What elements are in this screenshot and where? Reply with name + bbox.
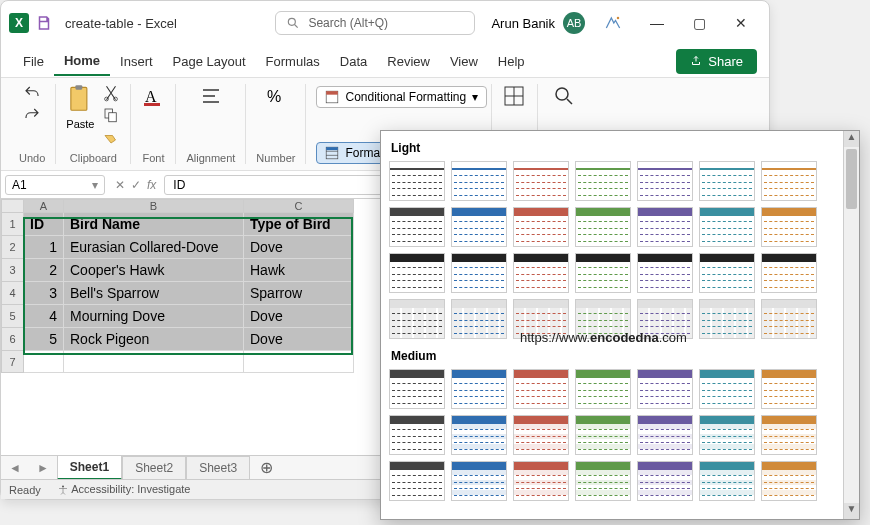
table-style-swatch[interactable] <box>389 207 445 247</box>
table-style-swatch[interactable] <box>389 161 445 201</box>
scroll-up-icon[interactable]: ▲ <box>844 131 859 147</box>
table-style-swatch[interactable] <box>637 299 693 339</box>
table-style-swatch[interactable] <box>451 207 507 247</box>
table-style-swatch[interactable] <box>575 415 631 455</box>
tab-data[interactable]: Data <box>330 48 377 75</box>
table-style-swatch[interactable] <box>389 299 445 339</box>
redo-icon[interactable] <box>23 106 41 124</box>
tab-view[interactable]: View <box>440 48 488 75</box>
table-style-swatch[interactable] <box>637 461 693 501</box>
coming-soon-icon[interactable] <box>603 13 623 33</box>
table-style-swatch[interactable] <box>451 161 507 201</box>
conditional-formatting-button[interactable]: Conditional Formatting ▾ <box>316 86 487 108</box>
table-style-swatch[interactable] <box>761 415 817 455</box>
cell[interactable]: Dove <box>244 328 354 351</box>
table-style-swatch[interactable] <box>761 207 817 247</box>
paste-button[interactable]: Paste <box>66 84 94 130</box>
row-header[interactable]: 2 <box>2 236 24 259</box>
table-style-swatch[interactable] <box>513 253 569 293</box>
table-style-swatch[interactable] <box>699 415 755 455</box>
fx-icon[interactable]: fx <box>147 178 156 192</box>
alignment-button[interactable] <box>199 84 223 108</box>
table-style-swatch[interactable] <box>451 369 507 409</box>
name-box[interactable]: A1 ▾ <box>5 175 105 195</box>
tab-insert[interactable]: Insert <box>110 48 163 75</box>
tab-file[interactable]: File <box>13 48 54 75</box>
table-style-swatch[interactable] <box>451 415 507 455</box>
row-header[interactable]: 1 <box>2 213 24 236</box>
table-style-swatch[interactable] <box>513 461 569 501</box>
user-account[interactable]: Arun Banik AB <box>491 12 585 34</box>
table-style-swatch[interactable] <box>389 461 445 501</box>
cell[interactable]: 2 <box>24 259 64 282</box>
row-header[interactable]: 5 <box>2 305 24 328</box>
cell[interactable]: Mourning Dove <box>64 305 244 328</box>
close-button[interactable]: ✕ <box>721 8 761 38</box>
row-header[interactable]: 3 <box>2 259 24 282</box>
cell[interactable] <box>24 351 64 373</box>
sheet-nav-next[interactable]: ► <box>29 461 57 475</box>
cut-icon[interactable] <box>102 84 120 102</box>
tab-review[interactable]: Review <box>377 48 440 75</box>
share-button[interactable]: Share <box>676 49 757 74</box>
cell[interactable]: Sparrow <box>244 282 354 305</box>
number-button[interactable]: % <box>264 84 288 108</box>
table-style-swatch[interactable] <box>761 369 817 409</box>
table-style-swatch[interactable] <box>389 369 445 409</box>
column-header[interactable]: B <box>64 200 244 213</box>
table-style-swatch[interactable] <box>761 461 817 501</box>
font-button[interactable]: A <box>141 84 165 108</box>
cell[interactable]: 4 <box>24 305 64 328</box>
table-style-swatch[interactable] <box>451 461 507 501</box>
scroll-down-icon[interactable]: ▼ <box>844 503 859 519</box>
copy-icon[interactable] <box>102 106 120 124</box>
tab-help[interactable]: Help <box>488 48 535 75</box>
table-style-swatch[interactable] <box>575 369 631 409</box>
table-style-swatch[interactable] <box>575 461 631 501</box>
save-icon[interactable] <box>35 14 53 32</box>
gallery-scrollbar[interactable]: ▲ ▼ <box>843 131 859 519</box>
table-style-swatch[interactable] <box>451 253 507 293</box>
table-style-swatch[interactable] <box>513 161 569 201</box>
table-style-swatch[interactable] <box>575 207 631 247</box>
table-style-swatch[interactable] <box>513 299 569 339</box>
table-style-swatch[interactable] <box>637 415 693 455</box>
maximize-button[interactable]: ▢ <box>679 8 719 38</box>
sheet-tab[interactable]: Sheet3 <box>186 456 250 479</box>
undo-icon[interactable] <box>23 84 41 102</box>
table-style-swatch[interactable] <box>761 253 817 293</box>
column-header[interactable]: A <box>24 200 64 213</box>
enter-formula-icon[interactable]: ✓ <box>131 178 141 192</box>
table-style-swatch[interactable] <box>699 253 755 293</box>
table-style-swatch[interactable] <box>699 369 755 409</box>
table-style-swatch[interactable] <box>575 161 631 201</box>
table-style-swatch[interactable] <box>699 207 755 247</box>
table-style-swatch[interactable] <box>575 299 631 339</box>
cell[interactable]: Eurasian Collared-Dove <box>64 236 244 259</box>
cell[interactable]: 1 <box>24 236 64 259</box>
minimize-button[interactable]: — <box>637 8 677 38</box>
cell[interactable] <box>244 351 354 373</box>
table-style-swatch[interactable] <box>575 253 631 293</box>
tab-page-layout[interactable]: Page Layout <box>163 48 256 75</box>
table-style-swatch[interactable] <box>761 299 817 339</box>
cell[interactable]: 5 <box>24 328 64 351</box>
table-style-swatch[interactable] <box>637 369 693 409</box>
format-painter-icon[interactable] <box>102 128 120 146</box>
cell[interactable]: Dove <box>244 305 354 328</box>
cell[interactable] <box>64 351 244 373</box>
sheet-tab[interactable]: Sheet1 <box>57 455 122 480</box>
sheet-nav-prev[interactable]: ◄ <box>1 461 29 475</box>
table-style-swatch[interactable] <box>637 161 693 201</box>
cell[interactable]: Rock Pigeon <box>64 328 244 351</box>
sheet-tab[interactable]: Sheet2 <box>122 456 186 479</box>
cell[interactable]: Cooper's Hawk <box>64 259 244 282</box>
cell[interactable]: Bell's Sparrow <box>64 282 244 305</box>
table-style-swatch[interactable] <box>513 369 569 409</box>
cell[interactable]: Bird Name <box>64 213 244 236</box>
cells-button[interactable] <box>502 84 526 108</box>
cell[interactable]: Dove <box>244 236 354 259</box>
table-style-swatch[interactable] <box>637 207 693 247</box>
editing-button[interactable] <box>552 84 576 108</box>
table-style-swatch[interactable] <box>513 415 569 455</box>
